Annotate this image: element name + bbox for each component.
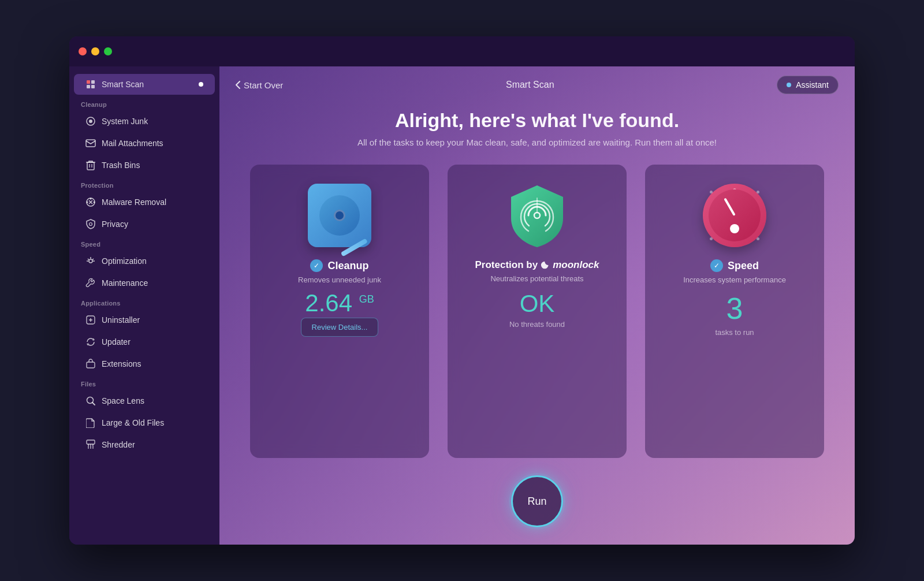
sidebar-item-label: Large & Old Files xyxy=(102,418,164,427)
sidebar-item-label: System Junk xyxy=(102,117,148,126)
sidebar-item-label: Maintenance xyxy=(102,278,148,288)
assistant-dot xyxy=(787,83,791,87)
privacy-icon xyxy=(85,219,96,229)
section-label-protection: Protection xyxy=(69,176,219,191)
hero-subtitle: All of the tasks to keep your Mac clean,… xyxy=(231,137,843,147)
topbar: Start Over Smart Scan Assistant xyxy=(219,66,855,103)
svg-rect-0 xyxy=(87,80,90,84)
hdd-inner xyxy=(319,195,360,236)
close-button[interactable] xyxy=(79,47,87,55)
sidebar-item-space-lens[interactable]: Space Lens xyxy=(74,390,215,411)
review-details-button[interactable]: Review Details... xyxy=(301,318,379,337)
optimization-icon xyxy=(85,256,96,266)
shield-icon xyxy=(505,181,569,250)
hdd-center xyxy=(334,210,345,221)
sidebar-item-smart-scan[interactable]: Smart Scan xyxy=(74,74,215,95)
run-button[interactable]: Run xyxy=(511,475,563,527)
svg-line-15 xyxy=(92,259,94,260)
section-label-cleanup: Cleanup xyxy=(69,95,219,110)
cleanup-card-name: Cleanup xyxy=(327,260,368,272)
moonlock-brand: moonlock xyxy=(541,259,599,271)
gauge-center-dot xyxy=(730,224,739,233)
speed-card-desc: Increases system performance xyxy=(683,275,786,284)
sidebar-item-label: Optimization xyxy=(102,256,147,266)
protection-by-row: Protection by moonlock xyxy=(475,259,599,271)
svg-point-18 xyxy=(89,259,92,263)
gauge-icon xyxy=(703,184,766,247)
sidebar-item-label: Space Lens xyxy=(102,396,144,405)
app-window: Smart Scan Cleanup System Junk xyxy=(69,36,855,545)
scan-icon xyxy=(85,79,96,90)
run-button-area: Run xyxy=(219,470,855,545)
section-label-files: Files xyxy=(69,375,219,390)
speed-check-icon: ✓ xyxy=(710,259,723,272)
trash-icon xyxy=(85,160,96,170)
main-content: Start Over Smart Scan Assistant Alright,… xyxy=(219,66,855,545)
speed-card-value: 3 xyxy=(726,291,743,326)
sidebar-item-large-old-files[interactable]: Large & Old Files xyxy=(74,412,215,433)
sidebar-item-uninstaller[interactable]: Uninstaller xyxy=(74,310,215,330)
sidebar-item-label: Shredder xyxy=(102,440,135,449)
svg-rect-1 xyxy=(91,80,95,84)
svg-point-9 xyxy=(90,198,92,200)
sidebar-item-label: Malware Removal xyxy=(102,198,166,207)
sidebar-item-label: Trash Bins xyxy=(102,161,140,170)
cleanup-card-desc: Removes unneeded junk xyxy=(298,275,381,284)
sidebar: Smart Scan Cleanup System Junk xyxy=(69,66,219,545)
sidebar-item-system-junk[interactable]: System Junk xyxy=(74,111,215,132)
sidebar-item-mail-attachments[interactable]: Mail Attachments xyxy=(74,133,215,154)
sidebar-item-malware-removal[interactable]: Malware Removal xyxy=(74,192,215,213)
titlebar xyxy=(69,36,855,66)
gauge-dot-bl xyxy=(710,237,713,240)
gauge-dot-tr xyxy=(757,191,759,193)
sidebar-item-extensions[interactable]: Extensions xyxy=(74,353,215,374)
back-button-label: Start Over xyxy=(244,80,283,90)
svg-rect-20 xyxy=(87,362,95,368)
sidebar-item-trash-bins[interactable]: Trash Bins xyxy=(74,155,215,176)
speed-card-sub: tasks to run xyxy=(715,328,754,337)
malware-icon xyxy=(85,197,96,207)
protection-card: Protection by moonlock Neutralizes poten… xyxy=(448,165,627,458)
speed-card-name: Speed xyxy=(728,260,759,272)
hdd-arm xyxy=(341,239,368,257)
sidebar-item-privacy[interactable]: Privacy xyxy=(74,214,215,234)
section-label-speed: Speed xyxy=(69,235,219,250)
hdd-drive-icon xyxy=(308,184,371,247)
content-area: Smart Scan Cleanup System Junk xyxy=(69,66,855,545)
svg-point-10 xyxy=(94,202,95,203)
gauge-dot-tl xyxy=(710,191,713,193)
minimize-button[interactable] xyxy=(91,47,99,55)
assistant-button[interactable]: Assistant xyxy=(777,76,839,94)
sidebar-item-label: Smart Scan xyxy=(102,80,144,89)
sidebar-item-optimization[interactable]: Optimization xyxy=(74,251,215,271)
maximize-button[interactable] xyxy=(104,47,112,55)
svg-point-11 xyxy=(87,202,88,203)
sidebar-item-maintenance[interactable]: Maintenance xyxy=(74,273,215,293)
protection-card-desc: Neutralizes potential threats xyxy=(490,274,583,283)
section-label-applications: Applications xyxy=(69,294,219,309)
updater-icon xyxy=(85,337,96,347)
uninstaller-icon xyxy=(85,315,96,325)
gauge-dot-br xyxy=(757,237,759,240)
junk-icon xyxy=(85,116,96,126)
sidebar-item-label: Extensions xyxy=(102,359,141,368)
sidebar-item-label: Privacy xyxy=(102,219,128,229)
sidebar-item-updater[interactable]: Updater xyxy=(74,332,215,352)
hero-section: Alright, here's what I've found. All of … xyxy=(219,103,855,159)
protection-sub: No threats found xyxy=(509,320,565,329)
cleanup-icon-area xyxy=(305,181,374,250)
space-lens-icon xyxy=(85,396,96,406)
sidebar-item-shredder[interactable]: Shredder xyxy=(74,434,215,455)
active-indicator xyxy=(199,82,203,87)
maintenance-icon xyxy=(85,278,96,288)
svg-point-12 xyxy=(90,223,92,226)
traffic-lights xyxy=(79,47,112,55)
svg-line-14 xyxy=(88,259,89,260)
mail-icon xyxy=(85,138,96,148)
hero-title: Alright, here's what I've found. xyxy=(231,109,843,132)
back-button[interactable]: Start Over xyxy=(236,80,283,90)
protection-status: OK xyxy=(520,290,555,318)
cleanup-check-icon: ✓ xyxy=(310,259,323,272)
cleanup-card-value: 2.64 GB xyxy=(305,291,374,315)
gauge-inner xyxy=(709,189,761,241)
